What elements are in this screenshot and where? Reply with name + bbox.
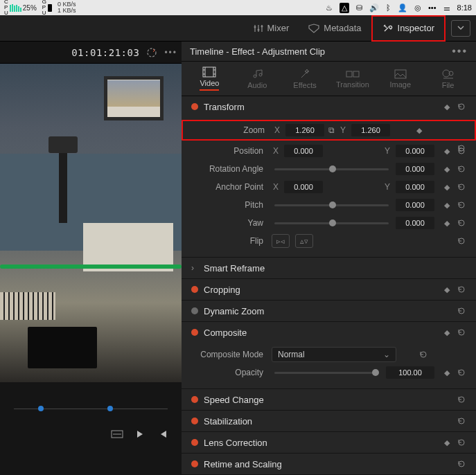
loop-icon[interactable] bbox=[111, 429, 123, 439]
control-center-icon[interactable]: ⚌ bbox=[443, 3, 450, 12]
flip-h-button[interactable]: ▹◃ bbox=[272, 234, 290, 248]
sync-icon[interactable] bbox=[146, 47, 157, 58]
speed-change-header[interactable]: Speed Change bbox=[182, 389, 476, 410]
section-composite: Composite ◆ Composite Mode Normal ⌄ Opac… bbox=[182, 322, 476, 389]
subtab-effects[interactable]: Effects bbox=[284, 69, 326, 89]
transform-header[interactable]: Transform ◆ bbox=[182, 96, 476, 117]
enable-dot[interactable] bbox=[191, 396, 198, 403]
user-icon[interactable]: 👤 bbox=[398, 3, 407, 12]
reset-icon[interactable] bbox=[457, 368, 466, 377]
reset-icon[interactable] bbox=[418, 350, 428, 359]
enable-dot[interactable] bbox=[191, 329, 198, 336]
reset-icon[interactable] bbox=[457, 236, 466, 246]
stabilization-header[interactable]: Stabilization bbox=[182, 411, 476, 431]
reset-icon[interactable] bbox=[457, 438, 466, 447]
subtab-transition[interactable]: Transition bbox=[332, 69, 373, 89]
keyframe-icon[interactable]: ◆ bbox=[444, 438, 450, 447]
yaw-row: Yaw ◆ bbox=[182, 214, 476, 232]
inspector-tab[interactable]: Inspector bbox=[371, 15, 446, 42]
keyframe-icon[interactable]: ◆ bbox=[444, 328, 450, 337]
dropbox-icon[interactable]: ⛁ bbox=[356, 3, 362, 12]
timecode[interactable]: 01:01:21:03 bbox=[71, 47, 139, 58]
yaw-input[interactable] bbox=[396, 217, 434, 229]
subtab-audio[interactable]: Audio bbox=[236, 69, 278, 89]
subtab-image[interactable]: Image bbox=[380, 69, 421, 89]
composite-mode-select[interactable]: Normal ⌄ bbox=[272, 347, 396, 362]
retime-header[interactable]: Retime and Scaling bbox=[182, 454, 476, 474]
enable-dot[interactable] bbox=[191, 103, 198, 110]
zoom-x-input[interactable] bbox=[285, 124, 324, 136]
reset-icon[interactable] bbox=[457, 146, 466, 156]
enable-dot[interactable] bbox=[191, 307, 198, 314]
section-cropping: Cropping ◆ bbox=[182, 279, 476, 301]
pos-x-input[interactable] bbox=[284, 145, 323, 157]
svg-point-2 bbox=[261, 25, 263, 27]
triangle-icon[interactable]: △ bbox=[340, 3, 349, 13]
prev-frame-icon[interactable] bbox=[158, 429, 168, 439]
reset-icon[interactable] bbox=[457, 218, 466, 228]
circle-icon[interactable]: ◎ bbox=[414, 3, 421, 12]
more-icon[interactable]: ••• bbox=[428, 3, 437, 12]
section-smart-reframe: › Smart Reframe bbox=[182, 258, 476, 279]
anchor-row: Anchor Point X Y ◆ bbox=[182, 178, 476, 196]
tag-icon bbox=[308, 24, 319, 33]
yaw-slider[interactable] bbox=[274, 222, 389, 224]
composite-header[interactable]: Composite ◆ bbox=[182, 322, 476, 343]
reset-icon[interactable] bbox=[457, 182, 466, 192]
viewer-menu[interactable]: ••• bbox=[164, 48, 177, 57]
enable-dot[interactable] bbox=[191, 286, 198, 293]
subtab-video[interactable]: Video bbox=[188, 66, 230, 91]
opacity-slider[interactable] bbox=[274, 372, 379, 374]
subtab-file[interactable]: File bbox=[427, 69, 469, 89]
mixer-tab[interactable]: Mixer bbox=[244, 15, 299, 42]
link-icon[interactable]: ⧉ bbox=[328, 125, 335, 135]
keyframe-icon[interactable]: ◆ bbox=[444, 102, 450, 111]
keyframe-icon[interactable]: ◆ bbox=[444, 183, 450, 192]
video-preview[interactable] bbox=[0, 64, 182, 382]
dynamic-zoom-header[interactable]: Dynamic Zoom bbox=[182, 301, 476, 321]
enable-dot[interactable] bbox=[191, 439, 198, 446]
inspector-menu[interactable]: ••• bbox=[452, 45, 468, 57]
flame-icon[interactable]: ♨ bbox=[326, 3, 333, 12]
enable-dot[interactable] bbox=[191, 460, 198, 467]
cropping-header[interactable]: Cropping ◆ bbox=[182, 279, 476, 300]
reset-icon[interactable] bbox=[457, 416, 466, 426]
mini-timeline[interactable] bbox=[0, 396, 182, 424]
expand-toggle[interactable] bbox=[451, 20, 470, 37]
metadata-tab[interactable]: Metadata bbox=[299, 15, 371, 42]
keyframe-icon[interactable]: ◆ bbox=[416, 126, 422, 135]
smart-reframe-header[interactable]: › Smart Reframe bbox=[182, 258, 476, 278]
viewer-pane: 01:01:21:03 ••• bbox=[0, 42, 182, 475]
reset-icon[interactable] bbox=[457, 306, 466, 316]
zoom-y-input[interactable] bbox=[351, 124, 390, 136]
enable-dot[interactable] bbox=[191, 418, 198, 424]
keyframe-icon[interactable]: ◆ bbox=[444, 368, 450, 377]
keyframe-icon[interactable]: ◆ bbox=[444, 165, 450, 174]
next-frame-icon[interactable] bbox=[136, 429, 146, 439]
reset-icon[interactable] bbox=[457, 395, 466, 404]
keyframe-icon[interactable]: ◆ bbox=[444, 147, 450, 156]
reset-icon[interactable] bbox=[457, 328, 466, 337]
pitch-input[interactable] bbox=[396, 199, 434, 211]
clock[interactable]: 8:18 bbox=[457, 3, 472, 12]
reset-icon[interactable] bbox=[457, 164, 466, 174]
opacity-input[interactable] bbox=[386, 366, 434, 379]
keyframe-icon[interactable]: ◆ bbox=[444, 285, 450, 294]
rotation-input[interactable] bbox=[396, 163, 434, 175]
reset-icon[interactable] bbox=[457, 102, 466, 111]
reset-icon[interactable] bbox=[457, 200, 466, 210]
anchor-y-input[interactable] bbox=[396, 181, 434, 193]
lens-correction-header[interactable]: Lens Correction ◆ bbox=[182, 432, 476, 453]
keyframe-icon[interactable]: ◆ bbox=[444, 219, 450, 228]
rotation-slider[interactable] bbox=[274, 168, 389, 170]
flip-v-button[interactable]: ▵▿ bbox=[295, 234, 313, 248]
keyframe-icon[interactable]: ◆ bbox=[444, 201, 450, 210]
anchor-x-input[interactable] bbox=[284, 181, 323, 193]
pos-y-input[interactable] bbox=[396, 145, 434, 157]
volume-icon[interactable]: 🔊 bbox=[369, 3, 379, 12]
inspector-pane: Timeline - Effect - Adjustment Clip ••• … bbox=[182, 42, 476, 475]
reset-icon[interactable] bbox=[457, 285, 466, 294]
pitch-slider[interactable] bbox=[274, 204, 389, 206]
bluetooth-icon[interactable]: ᛒ bbox=[386, 3, 391, 12]
reset-icon[interactable] bbox=[457, 459, 466, 469]
